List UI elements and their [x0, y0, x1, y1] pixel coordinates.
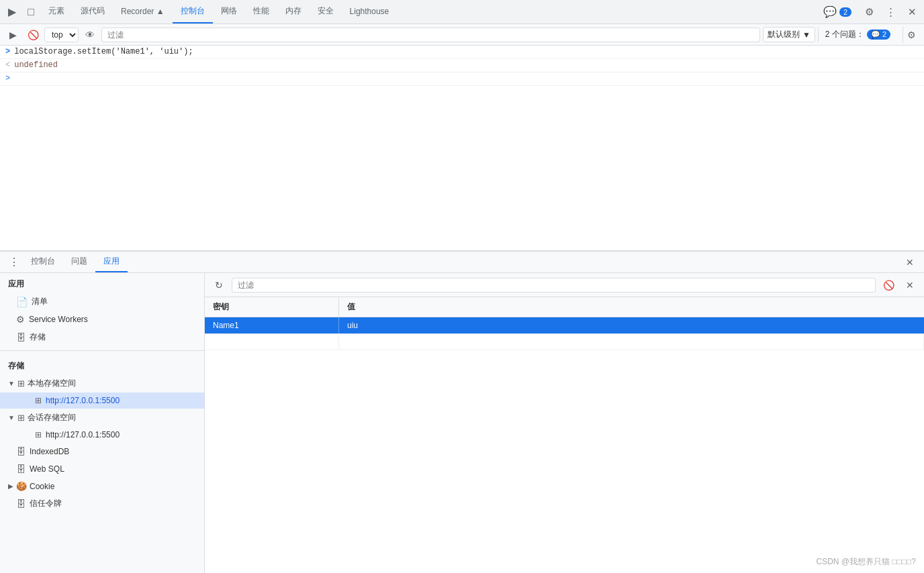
log-level-arrow: ▼: [802, 30, 811, 40]
sidebar-item-manifest[interactable]: 📄 清单: [0, 293, 204, 311]
refresh-storage-icon[interactable]: ↻: [210, 276, 228, 294]
session-storage-url-icon: ⊞: [35, 430, 42, 439]
cookie-group-header[interactable]: ▶ 🍪 Cookie: [0, 478, 204, 494]
console-line-input: > localStorage.setItem('Name1', 'uiu');: [0, 46, 924, 59]
block-icon[interactable]: 🚫: [24, 26, 42, 44]
table-header-key: 密钥: [205, 297, 339, 317]
watermark: CSDN @我想养只猫 □□□□?: [816, 556, 916, 568]
eye-icon[interactable]: 👁: [81, 26, 99, 44]
tab-network[interactable]: 网络: [213, 0, 245, 23]
block-storage-icon[interactable]: 🚫: [880, 276, 897, 294]
table-empty-key: [205, 334, 339, 350]
app-section-title: 应用: [0, 273, 204, 293]
tab-recorder[interactable]: Recorder ▲: [113, 0, 173, 23]
table-header: 密钥 值: [205, 297, 924, 317]
trust-tokens-icon: 🗄: [16, 499, 26, 509]
app-sidebar: 应用 📄 清单 ⚙ Service Workers 🗄 存储 存储 ▼ ⊞ 本: [0, 273, 205, 573]
console-settings-icon[interactable]: ⚙: [903, 26, 920, 44]
input-prompt: >: [5, 47, 10, 56]
cursor-icon[interactable]: ▶: [3, 3, 21, 21]
tab-lighthouse[interactable]: Lighthouse: [342, 0, 398, 23]
local-storage-group-header[interactable]: ▼ ⊞ 本地存储空间: [0, 374, 204, 393]
sidebar-separator: [0, 350, 204, 351]
tab-elements[interactable]: 元素: [40, 0, 73, 23]
storage-section-title: 存储: [0, 355, 204, 374]
issues-count-badge: 💬 2: [867, 30, 890, 40]
panel-dots-icon[interactable]: ⋮: [5, 254, 23, 271]
bottom-tab-issues[interactable]: 问题: [63, 252, 95, 272]
table-empty-row: [205, 334, 924, 350]
sidebar-item-websql[interactable]: 🗄 Web SQL: [0, 460, 204, 478]
console-line-result: < undefined: [0, 59, 924, 72]
sidebar-item-service-workers[interactable]: ⚙ Service Workers: [0, 311, 204, 328]
cookie-icon: 🍪: [16, 481, 27, 491]
table-cell-value: uiu: [339, 317, 924, 333]
console-command: localStorage.setItem('Name1', 'uiu');: [14, 47, 193, 56]
top-nav-right: 💬 2 ⚙ ⋮ ✕: [818, 3, 921, 21]
top-nav-bar: ▶ □ 元素 源代码 Recorder ▲ 控制台 网络 性能 内存 安全 Li…: [0, 0, 924, 24]
cookie-chevron: ▶: [8, 482, 13, 490]
local-storage-grid-icon: ⊞: [17, 378, 25, 388]
local-storage-url-item[interactable]: ⊞ http://127.0.0.1:5500: [0, 393, 204, 409]
clear-storage-icon[interactable]: ✕: [901, 276, 919, 294]
bottom-content: 应用 📄 清单 ⚙ Service Workers 🗄 存储 存储 ▼ ⊞ 本: [0, 273, 924, 573]
console-result-value: undefined: [14, 60, 58, 70]
bottom-tabbar: ⋮ 控制台 问题 应用 ✕: [0, 252, 924, 273]
bottom-tab-console[interactable]: 控制台: [23, 252, 63, 272]
indexeddb-icon: 🗄: [16, 446, 26, 457]
storage-main-panel: ↻ 🚫 ✕ 密钥 值 Name1 uiu: [205, 273, 924, 573]
bottom-panel-close-icon[interactable]: ✕: [901, 254, 919, 271]
tab-performance[interactable]: 性能: [245, 0, 277, 23]
websql-icon: 🗄: [16, 464, 26, 474]
console-output[interactable]: > localStorage.setItem('Name1', 'uiu'); …: [0, 46, 924, 251]
session-storage-grid-icon: ⊞: [17, 413, 25, 423]
nav-tabs: 元素 源代码 Recorder ▲ 控制台 网络 性能 内存 安全 Lighth…: [40, 0, 818, 23]
session-storage-chevron: ▼: [8, 414, 15, 421]
table-cell-key: Name1: [205, 317, 339, 333]
more-icon-button[interactable]: ⋮: [881, 3, 900, 21]
session-storage-group-header[interactable]: ▼ ⊞ 会话存储空间: [0, 409, 204, 427]
table-row[interactable]: Name1 uiu: [205, 317, 924, 334]
bottom-panel: ⋮ 控制台 问题 应用 ✕ 应用 📄 清单 ⚙ Service Workers …: [0, 251, 924, 573]
storage-table: 密钥 值 Name1 uiu: [205, 297, 924, 573]
table-empty-value: [339, 334, 924, 350]
storage-toolbar: ↻ 🚫 ✕: [205, 273, 924, 297]
cookie-group: ▶ 🍪 Cookie: [0, 478, 204, 494]
table-header-value: 值: [339, 297, 924, 317]
console-caret-symbol: >: [5, 74, 10, 83]
local-storage-url-icon: ⊞: [35, 396, 42, 405]
console-toolbar: ▶ 🚫 top 👁 默认级别 ▼ 2 个问题： 💬 2 ⚙: [0, 24, 924, 46]
console-line-caret[interactable]: >: [0, 72, 924, 86]
sidebar-item-storage[interactable]: 🗄 存储: [0, 328, 204, 346]
tab-sources[interactable]: 源代码: [73, 0, 113, 23]
log-level-select[interactable]: 默认级别 ▼: [763, 27, 815, 42]
issues-badge-button[interactable]: 💬 2: [818, 3, 857, 21]
session-storage-group: ▼ ⊞ 会话存储空间 ⊞ http://127.0.0.1:5500: [0, 409, 204, 443]
local-storage-group: ▼ ⊞ 本地存储空间 ⊞ http://127.0.0.1:5500: [0, 374, 204, 409]
context-select[interactable]: top: [44, 28, 79, 42]
local-storage-chevron: ▼: [8, 380, 15, 387]
settings-icon-button[interactable]: ⚙: [860, 3, 878, 21]
refresh-icon: ↻: [215, 280, 223, 291]
execute-icon[interactable]: ▶: [4, 26, 21, 44]
console-filter-input[interactable]: [101, 28, 760, 42]
tab-memory[interactable]: 内存: [277, 0, 310, 23]
manifest-icon: 📄: [16, 297, 28, 307]
close-icon-button[interactable]: ✕: [903, 3, 921, 21]
storage-filter-input[interactable]: [232, 278, 876, 293]
sidebar-item-indexeddb[interactable]: 🗄 IndexedDB: [0, 443, 204, 460]
issues-count-display[interactable]: 2 个问题： 💬 2: [818, 27, 897, 42]
service-workers-icon: ⚙: [16, 314, 25, 325]
session-storage-url-item[interactable]: ⊞ http://127.0.0.1:5500: [0, 427, 204, 443]
bottom-tab-app[interactable]: 应用: [95, 252, 128, 272]
tab-console[interactable]: 控制台: [173, 0, 213, 23]
tab-security[interactable]: 安全: [310, 0, 342, 23]
issues-badge-count: 2: [839, 7, 851, 17]
inspect-icon[interactable]: □: [21, 3, 40, 21]
storage-icon: 🗄: [16, 332, 26, 343]
sidebar-item-trust-tokens[interactable]: 🗄 信任令牌: [0, 494, 204, 513]
result-arrow: <: [5, 60, 10, 70]
